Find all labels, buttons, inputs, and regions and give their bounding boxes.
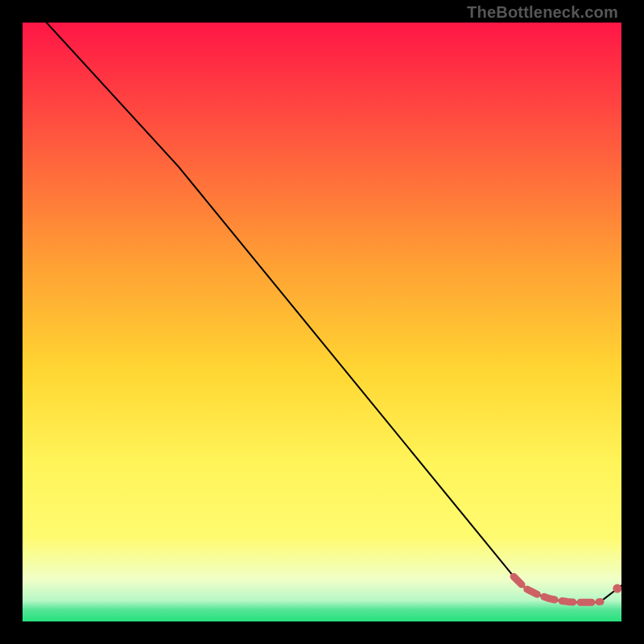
- gradient-background: [23, 23, 621, 621]
- watermark-label: TheBottleneck.com: [467, 3, 618, 22]
- end-dot: [613, 584, 621, 593]
- plot-frame: [23, 23, 621, 621]
- chart-canvas: [23, 23, 621, 621]
